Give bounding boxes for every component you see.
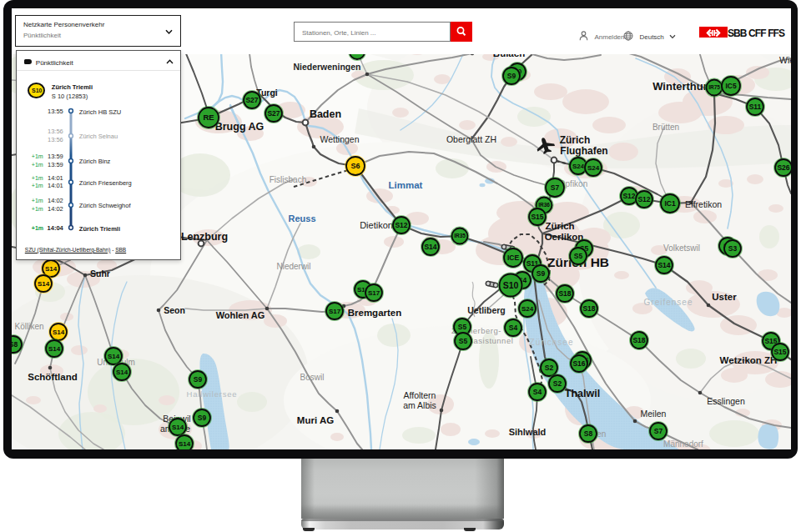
svg-text:Wies: Wies xyxy=(779,55,791,65)
svg-text:S14: S14 xyxy=(108,353,120,360)
svg-text:S24: S24 xyxy=(572,163,585,170)
svg-text:Männedorf: Männedorf xyxy=(663,439,703,449)
svg-text:Winterthur: Winterthur xyxy=(652,80,708,93)
svg-text:S24: S24 xyxy=(587,164,600,172)
svg-text:Greifensee: Greifensee xyxy=(644,298,693,307)
svg-text:ICE: ICE xyxy=(507,253,520,262)
svg-text:Thalwil: Thalwil xyxy=(565,388,600,399)
svg-text:S12: S12 xyxy=(637,195,650,203)
svg-text:Zürich: Zürich xyxy=(560,134,591,146)
svg-text:S10: S10 xyxy=(503,280,519,290)
svg-text:S12: S12 xyxy=(395,221,407,229)
svg-text:S14: S14 xyxy=(116,369,128,376)
svg-text:Limmat: Limmat xyxy=(389,180,423,190)
svg-text:Brütten: Brütten xyxy=(652,123,679,132)
svg-text:IR36: IR36 xyxy=(538,202,550,208)
svg-text:Uster: Uster xyxy=(712,292,737,302)
svg-text:Zürichsee: Zürichsee xyxy=(530,338,574,347)
svg-text:S14: S14 xyxy=(172,424,184,431)
svg-text:S2: S2 xyxy=(553,379,562,388)
svg-text:IR75: IR75 xyxy=(708,84,720,90)
svg-text:S8: S8 xyxy=(12,340,18,349)
svg-text:am Albis: am Albis xyxy=(403,400,436,410)
svg-text:S18: S18 xyxy=(632,336,645,344)
svg-text:S7: S7 xyxy=(654,427,663,435)
svg-text:S16: S16 xyxy=(572,359,585,368)
svg-text:Zürich: Zürich xyxy=(545,221,574,231)
svg-text:Kölliken: Kölliken xyxy=(14,322,43,331)
svg-text:S9: S9 xyxy=(194,375,203,384)
svg-text:Sihlwald: Sihlwald xyxy=(509,427,547,437)
svg-text:Hallwilersee: Hallwilersee xyxy=(187,389,238,399)
svg-text:IR35: IR35 xyxy=(454,233,466,238)
svg-text:S9: S9 xyxy=(537,269,546,278)
svg-text:Boswil: Boswil xyxy=(300,373,325,382)
svg-text:S2: S2 xyxy=(545,364,554,372)
svg-text:S14: S14 xyxy=(657,261,670,269)
svg-text:S14: S14 xyxy=(45,265,58,273)
svg-text:Wetzikon ZH: Wetzikon ZH xyxy=(720,355,778,365)
svg-text:S5: S5 xyxy=(458,323,467,331)
svg-text:Bremgarten: Bremgarten xyxy=(348,308,402,318)
svg-text:Reuss: Reuss xyxy=(288,213,315,223)
svg-text:Esslingen: Esslingen xyxy=(707,396,745,406)
svg-text:S8: S8 xyxy=(584,429,593,438)
svg-text:S18: S18 xyxy=(558,289,571,298)
svg-text:Niederweningen: Niederweningen xyxy=(293,62,360,72)
svg-text:IC1: IC1 xyxy=(664,199,676,208)
svg-text:Schöftland: Schöftland xyxy=(28,372,77,382)
svg-text:S3: S3 xyxy=(728,244,738,253)
svg-text:Muri AG: Muri AG xyxy=(297,415,334,425)
svg-text:Affoltern: Affoltern xyxy=(404,390,436,400)
svg-text:Uetliberg: Uetliberg xyxy=(467,305,506,315)
svg-text:S14: S14 xyxy=(424,243,436,251)
svg-text:S26: S26 xyxy=(777,163,789,172)
svg-text:Niederwil: Niederwil xyxy=(276,262,310,271)
svg-text:IC5: IC5 xyxy=(725,82,737,90)
svg-text:S18: S18 xyxy=(582,304,595,313)
svg-text:Baden: Baden xyxy=(310,108,341,120)
svg-text:Basistunnel: Basistunnel xyxy=(468,336,514,345)
svg-text:S27: S27 xyxy=(267,109,280,118)
svg-text:S9: S9 xyxy=(507,72,516,80)
svg-text:Seon: Seon xyxy=(164,305,185,315)
svg-text:S9: S9 xyxy=(198,414,207,422)
svg-text:S17: S17 xyxy=(329,308,341,315)
svg-text:S15: S15 xyxy=(531,213,543,221)
svg-text:Lenzburg: Lenzburg xyxy=(181,231,228,243)
svg-text:Flughafen: Flughafen xyxy=(560,145,607,157)
svg-text:S14: S14 xyxy=(48,345,61,353)
svg-text:S12: S12 xyxy=(622,192,635,200)
svg-text:S14: S14 xyxy=(53,329,65,336)
svg-text:S11: S11 xyxy=(749,103,762,111)
svg-text:S5: S5 xyxy=(459,337,468,345)
svg-text:S24: S24 xyxy=(521,305,534,313)
svg-text:S17: S17 xyxy=(368,289,380,297)
svg-text:S15: S15 xyxy=(773,348,786,356)
svg-text:Dietikon: Dietikon xyxy=(360,220,393,230)
svg-text:Suhr: Suhr xyxy=(90,269,110,279)
svg-text:Wettingen: Wettingen xyxy=(320,134,359,144)
svg-text:Oberglatt ZH: Oberglatt ZH xyxy=(446,134,496,144)
svg-text:Fislisbach: Fislisbach xyxy=(270,175,306,184)
svg-text:S14: S14 xyxy=(179,440,191,448)
svg-text:S27: S27 xyxy=(245,96,258,104)
svg-text:Effretikon: Effretikon xyxy=(685,199,722,209)
svg-text:S4: S4 xyxy=(509,324,518,332)
svg-text:S5: S5 xyxy=(574,252,583,260)
svg-text:S14: S14 xyxy=(38,280,50,288)
svg-text:Wohlen AG: Wohlen AG xyxy=(216,310,265,320)
svg-text:S27: S27 xyxy=(351,54,364,56)
svg-text:S4: S4 xyxy=(533,388,542,396)
svg-text:Meilen: Meilen xyxy=(641,409,667,419)
svg-text:S7: S7 xyxy=(551,183,560,192)
svg-text:Oerlikon: Oerlikon xyxy=(545,232,584,242)
svg-text:Bülach: Bülach xyxy=(493,54,525,58)
svg-text:Volketswil: Volketswil xyxy=(663,243,700,253)
svg-text:S6: S6 xyxy=(350,162,360,170)
svg-text:RE: RE xyxy=(203,113,214,122)
svg-text:Brugg AG: Brugg AG xyxy=(215,121,264,133)
